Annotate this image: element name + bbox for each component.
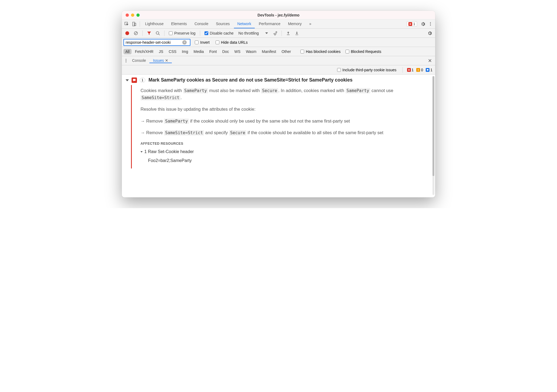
svg-rect-7 bbox=[287, 35, 290, 35]
panel-tabs: Lighthouse Elements Console Sources Netw… bbox=[142, 19, 407, 28]
search-icon[interactable] bbox=[154, 29, 162, 37]
svg-rect-11 bbox=[427, 69, 428, 70]
tab-memory[interactable]: Memory bbox=[284, 19, 305, 28]
type-manifest[interactable]: Manifest bbox=[260, 49, 278, 54]
network-conditions-icon[interactable] bbox=[271, 29, 279, 37]
upload-har-icon[interactable] bbox=[284, 29, 292, 37]
inspect-element-icon[interactable] bbox=[123, 20, 130, 28]
tabs-overflow-button[interactable]: » bbox=[306, 19, 315, 28]
issues-toolbar: Include third-party cookie issues 1 0 1 bbox=[122, 65, 435, 75]
issue-severity-error-icon bbox=[132, 77, 137, 83]
include-third-party-label: Include third-party cookie issues bbox=[343, 68, 397, 72]
invert-checkbox[interactable]: Invert bbox=[193, 40, 211, 45]
tab-console[interactable]: Console bbox=[191, 19, 212, 28]
close-icon[interactable]: ✕ bbox=[165, 58, 168, 63]
issue-suggestion-2: Remove SameSite=Strict and specify Secur… bbox=[140, 129, 429, 136]
issues-panel: 1 Mark SameParty cookies as Secure and d… bbox=[122, 75, 435, 197]
clear-button[interactable] bbox=[132, 29, 140, 37]
throttling-select[interactable]: No throttling bbox=[236, 31, 270, 35]
type-ws[interactable]: WS bbox=[233, 49, 243, 54]
titlebar: DevTools - jec.fyi/demo bbox=[122, 11, 435, 19]
more-menu-icon[interactable] bbox=[428, 22, 433, 26]
error-icon bbox=[407, 68, 411, 72]
issue-title: Mark SameParty cookies as Secure and do … bbox=[149, 77, 353, 83]
disclosure-triangle-icon[interactable] bbox=[126, 79, 129, 81]
svg-point-4 bbox=[156, 32, 159, 34]
device-toolbar-icon[interactable] bbox=[130, 20, 138, 28]
filter-input-wrapper: ✕ bbox=[123, 39, 190, 46]
drawer-tab-issues-label: Issues bbox=[153, 58, 164, 63]
settings-icon[interactable] bbox=[419, 20, 427, 28]
scrollbar-thumb[interactable] bbox=[432, 76, 434, 176]
svg-rect-12 bbox=[133, 79, 136, 81]
devtools-window: DevTools - jec.fyi/demo Lighthouse Eleme… bbox=[122, 11, 435, 197]
filter-input[interactable] bbox=[126, 40, 182, 45]
svg-rect-1 bbox=[133, 22, 135, 26]
include-third-party-checkbox[interactable]: Include third-party cookie issues bbox=[335, 68, 398, 72]
tab-performance[interactable]: Performance bbox=[255, 19, 284, 28]
network-toolbar: Preserve log Disable cache No throttling bbox=[122, 29, 435, 38]
type-fetch-xhr[interactable]: Fetch/XHR bbox=[133, 49, 155, 54]
type-img[interactable]: Img bbox=[180, 49, 190, 54]
drawer-tab-issues[interactable]: Issues ✕ bbox=[149, 58, 172, 63]
clear-filter-button[interactable]: ✕ bbox=[182, 40, 187, 45]
issues-warning-count: 0 bbox=[416, 68, 423, 72]
error-badge[interactable]: 1 bbox=[407, 21, 417, 26]
hide-data-urls-checkbox[interactable]: Hide data URLs bbox=[214, 40, 249, 45]
download-har-icon[interactable] bbox=[293, 29, 301, 37]
tab-sources[interactable]: Sources bbox=[212, 19, 233, 28]
has-blocked-cookies-label: Has blocked cookies bbox=[306, 49, 340, 54]
issues-info-count: 1 bbox=[426, 68, 432, 72]
type-all[interactable]: All bbox=[123, 49, 132, 54]
filter-icon[interactable] bbox=[145, 29, 153, 37]
svg-rect-9 bbox=[418, 69, 418, 70]
error-count: 1 bbox=[413, 22, 415, 26]
has-blocked-cookies-checkbox[interactable]: Has blocked cookies bbox=[299, 49, 342, 54]
affected-resources-label: AFFECTED RESOURCES bbox=[140, 141, 429, 146]
type-js[interactable]: JS bbox=[157, 49, 165, 54]
blocked-requests-label: Blocked Requests bbox=[351, 49, 381, 54]
affected-resource-value: Foo2=bar2;SameParty bbox=[148, 157, 429, 164]
chevron-down-icon bbox=[265, 32, 268, 34]
main-toolbar: Lighthouse Elements Console Sources Netw… bbox=[122, 19, 435, 29]
drawer-tabs: Console Issues ✕ ✕ bbox=[122, 56, 435, 65]
window-title: DevTools - jec.fyi/demo bbox=[122, 13, 435, 17]
filter-row: ✕ Invert Hide data URLs bbox=[122, 38, 435, 47]
blocked-requests-checkbox[interactable]: Blocked Requests bbox=[344, 49, 383, 54]
record-button[interactable] bbox=[123, 29, 131, 37]
tab-network[interactable]: Network bbox=[234, 19, 255, 28]
preserve-log-label: Preserve log bbox=[174, 31, 196, 35]
svg-point-5 bbox=[275, 35, 275, 35]
network-settings-icon[interactable] bbox=[426, 29, 434, 37]
drawer-more-icon[interactable] bbox=[123, 59, 129, 62]
disable-cache-label: Disable cache bbox=[210, 31, 234, 35]
type-font[interactable]: Font bbox=[207, 49, 219, 54]
affected-resource-summary[interactable]: 1 Raw Set-Cookie header bbox=[140, 148, 429, 155]
tab-elements[interactable]: Elements bbox=[168, 19, 190, 28]
issue-resolve-text: Resolve this issue by updating the attri… bbox=[140, 106, 429, 113]
error-icon bbox=[408, 22, 412, 26]
disclosure-triangle-icon bbox=[140, 151, 143, 153]
issue-suggestion-1: Remove SameParty if the cookie should on… bbox=[140, 118, 429, 125]
disable-cache-checkbox[interactable]: Disable cache bbox=[203, 31, 235, 35]
issue-header-row[interactable]: 1 Mark SameParty cookies as Secure and d… bbox=[122, 75, 435, 85]
svg-rect-2 bbox=[134, 23, 136, 26]
svg-rect-10 bbox=[418, 70, 418, 71]
warning-icon bbox=[416, 68, 420, 72]
hide-data-urls-label: Hide data URLs bbox=[221, 40, 248, 45]
throttling-value: No throttling bbox=[239, 31, 259, 35]
drawer-tab-console[interactable]: Console bbox=[129, 58, 149, 63]
type-css[interactable]: CSS bbox=[167, 49, 178, 54]
tab-lighthouse[interactable]: Lighthouse bbox=[142, 19, 167, 28]
type-doc[interactable]: Doc bbox=[220, 49, 231, 54]
issue-description: Cookies marked with SameParty must also … bbox=[132, 85, 435, 168]
type-media[interactable]: Media bbox=[192, 49, 206, 54]
issues-error-count: 1 bbox=[407, 68, 414, 72]
svg-rect-8 bbox=[296, 35, 298, 35]
drawer-close-icon[interactable]: ✕ bbox=[426, 57, 434, 65]
type-other[interactable]: Other bbox=[280, 49, 293, 54]
type-wasm[interactable]: Wasm bbox=[244, 49, 258, 54]
info-icon bbox=[426, 68, 430, 72]
preserve-log-checkbox[interactable]: Preserve log bbox=[167, 31, 197, 35]
resource-types-row: All Fetch/XHR JS CSS Img Media Font Doc … bbox=[122, 47, 435, 56]
